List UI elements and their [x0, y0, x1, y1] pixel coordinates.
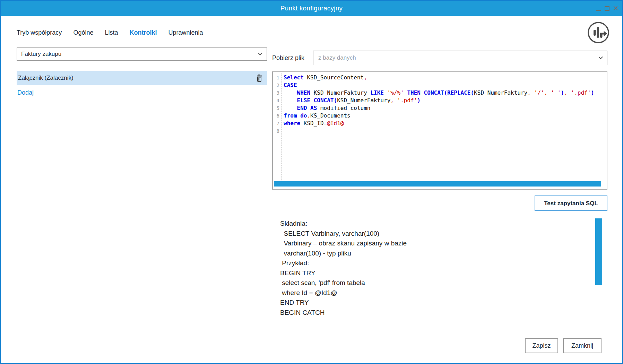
- vertical-scrollbar[interactable]: [595, 218, 602, 285]
- trash-icon[interactable]: [257, 74, 262, 82]
- line-number: 3: [273, 89, 279, 97]
- help-line: Varbinary – obraz skanu zapisany w bazie: [280, 239, 407, 249]
- sql-line-code: END AS modified_column: [284, 104, 370, 112]
- download-file-label: Pobierz plik: [272, 51, 304, 65]
- horizontal-scrollbar[interactable]: [274, 181, 601, 187]
- sql-line: 2CASE: [273, 81, 606, 89]
- help-line: SELECT Varbinary, varchar(100): [280, 229, 407, 239]
- line-number: 6: [273, 112, 279, 120]
- control-list-item[interactable]: Załącznik (Zalacznik): [17, 71, 267, 85]
- sql-line: 3 WHEN KSD_NumerFaktury LIKE '%/%' THEN …: [273, 89, 606, 97]
- line-number: 5: [273, 104, 279, 112]
- test-sql-button[interactable]: Test zapytania SQL: [535, 196, 607, 211]
- help-line: where Id = @Id1@: [280, 288, 407, 298]
- sql-line-code: ELSE CONCAT(KSD_NumerFaktury, '.pdf'): [284, 97, 421, 104]
- help-line: END TRY: [280, 298, 407, 308]
- sql-query-editor[interactable]: 1Select KSD_SourceContent,2CASE3 WHEN KS…: [272, 71, 607, 190]
- help-line: BEGIN CATCH: [280, 308, 407, 318]
- help-line: Przykład:: [280, 258, 407, 268]
- sql-line-code: from do.KS_Documents: [284, 112, 351, 120]
- chevron-down-icon: [258, 51, 262, 55]
- minimize-icon[interactable]: [596, 10, 601, 11]
- tab-tryb-współpracy[interactable]: Tryb współpracy: [17, 29, 62, 36]
- tab-kontrolki[interactable]: Kontrolki: [129, 29, 157, 36]
- chevron-down-icon: [598, 55, 603, 59]
- sql-code: 1Select KSD_SourceContent,2CASE3 WHEN KS…: [273, 74, 606, 135]
- save-button[interactable]: Zapisz: [525, 338, 558, 353]
- tab-uprawnienia[interactable]: Uprawnienia: [168, 29, 203, 36]
- tab-bar: Tryb współpracyOgólneListaKontrolkiUpraw…: [17, 29, 203, 36]
- control-list: Załącznik (Zalacznik): [17, 71, 267, 85]
- sql-line-code: Select KSD_SourceContent,: [284, 74, 367, 81]
- close-dialog-button[interactable]: Zamknij: [563, 338, 602, 353]
- add-control-link[interactable]: Dodaj: [17, 89, 34, 96]
- data-transfer-icon[interactable]: [587, 21, 610, 44]
- close-icon[interactable]: ×: [612, 3, 619, 13]
- sql-line: 5 END AS modified_column: [273, 104, 606, 112]
- sql-line: 4 ELSE CONCAT(KSD_NumerFaktury, '.pdf'): [273, 97, 606, 104]
- help-line: select scan, 'pdf' from tabela: [280, 278, 407, 288]
- sql-line: 1Select KSD_SourceContent,: [273, 74, 606, 81]
- line-number: 7: [273, 120, 279, 127]
- line-number: 4: [273, 97, 279, 104]
- help-line: BEGIN TRY: [280, 268, 407, 278]
- sql-line: 7where KSD_ID=@Id1@: [273, 120, 606, 127]
- tab-ogólne[interactable]: Ogólne: [73, 29, 93, 36]
- title-bar: Punkt konfiguracyjny ×: [1, 1, 622, 16]
- sql-line: 6from do.KS_Documents: [273, 112, 606, 120]
- tab-lista[interactable]: Lista: [105, 29, 118, 36]
- dialog-window: Punkt konfiguracyjny × Tryb współpracyOg…: [0, 0, 623, 364]
- file-source-placeholder: z bazy danych: [313, 54, 356, 61]
- help-line: varchar(100) - typ pliku: [280, 249, 407, 259]
- document-type-select[interactable]: Faktury zakupu: [17, 47, 267, 61]
- line-number: 1: [273, 74, 279, 81]
- line-number: 8: [273, 127, 279, 135]
- sql-line-code: where KSD_ID=@Id1@: [284, 120, 344, 127]
- control-item-label: Załącznik (Zalacznik): [17, 75, 73, 81]
- sql-help-text: Składnia: SELECT Varbinary, varchar(100)…: [280, 219, 407, 318]
- help-line: Składnia:: [280, 219, 407, 229]
- sql-line: 8: [273, 127, 606, 135]
- sql-line-code: WHEN KSD_NumerFaktury LIKE '%/%' THEN CO…: [284, 89, 594, 97]
- maximize-icon[interactable]: [605, 6, 609, 11]
- sql-line-code: CASE: [284, 81, 297, 89]
- document-type-value: Faktury zakupu: [17, 51, 61, 58]
- file-source-select[interactable]: z bazy danych: [313, 51, 607, 65]
- window-title: Punkt konfiguracyjny: [1, 1, 622, 16]
- line-number: 2: [273, 81, 279, 89]
